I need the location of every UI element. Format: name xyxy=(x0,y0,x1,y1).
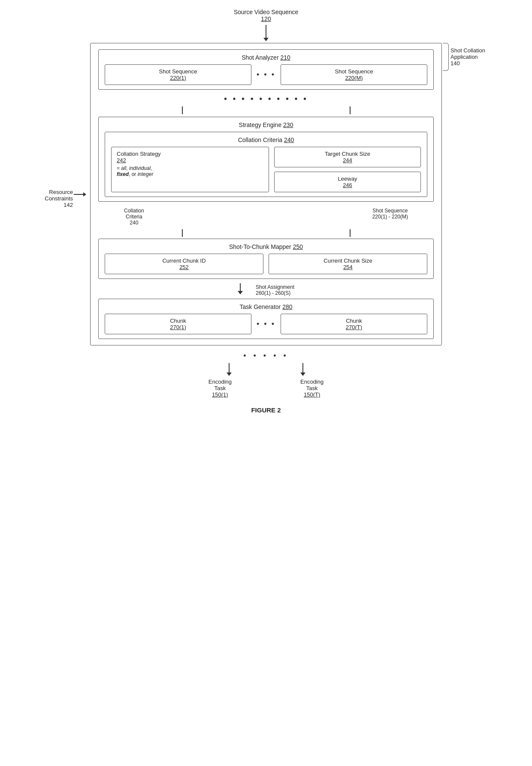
target-chunk-size-box: Target Chunk Size 244 xyxy=(274,147,421,167)
collation-criteria-row: Collation Strategy 242 = all, individual… xyxy=(111,147,421,192)
shot-assignment-label: Shot Assignment 260(1) - 260(S) xyxy=(256,284,294,296)
chunk-row: Chunk 270(1) • • • Chunk 270(T) xyxy=(105,314,427,334)
diagram-page: Source Video Sequence 120 Shot Collation… xyxy=(90,9,442,414)
encoding-tasks-row: Encoding Task 150(1) Encoding Task 150(T… xyxy=(90,378,442,398)
arrow-shot-assignment xyxy=(238,283,243,294)
chunk-size-leeway-col: Target Chunk Size 244 Leeway 246 xyxy=(274,147,421,192)
arrow-source-to-analyzer xyxy=(263,25,269,41)
between-labels: Collation Criteria 240 Shot Sequence 220… xyxy=(98,206,434,227)
current-chunk-id-box: Current Chunk ID 252 xyxy=(105,254,263,274)
shot-analyzer-title: Shot Analyzer 210 xyxy=(105,54,427,61)
mapper-row: Current Chunk ID 252 Current Chunk Size … xyxy=(105,254,427,274)
bottom-arrows-area: • • • • • xyxy=(90,349,442,376)
collation-strategy-box: Collation Strategy 242 = all, individual… xyxy=(111,147,269,192)
shot-analyzer-box: Shot Analyzer 210 Shot Sequence 220(1) •… xyxy=(98,49,434,90)
main-outer-box: Shot Analyzer 210 Shot Sequence 220(1) •… xyxy=(90,43,442,345)
shot-seq-m-box: Shot Sequence 220(M) xyxy=(281,64,427,85)
encoding-task-1: Encoding Task 150(1) xyxy=(209,378,232,398)
current-chunk-size-box: Current Chunk Size 254 xyxy=(269,254,427,274)
resource-constraints-label: Resource Constraints 142 xyxy=(21,189,73,208)
collation-criteria-box: Collation Criteria 240 Collation Strateg… xyxy=(105,132,427,197)
dots-between-chunks: • • • xyxy=(257,314,275,334)
shot-assignment-area: Shot Assignment 260(1) - 260(S) xyxy=(98,283,434,296)
left-arrow-to-strategy xyxy=(182,106,183,114)
shot-seq-1-box: Shot Sequence 220(1) xyxy=(105,64,251,85)
task-generator-box: Task Generator 280 Chunk 270(1) • • • Ch… xyxy=(98,299,434,339)
right-arrow-to-strategy xyxy=(350,106,351,114)
dots-between-seqs: • • • xyxy=(257,64,275,85)
shot-seq-range-label: Shot Sequence 220(1) - 220(M) xyxy=(372,208,408,226)
mapper-title: Shot-To-Chunk Mapper 250 xyxy=(105,243,427,250)
dots-below-analyzer: • • • • • • • • • • xyxy=(98,94,434,114)
shot-to-chunk-mapper-box: Shot-To-Chunk Mapper 250 Current Chunk I… xyxy=(98,239,434,279)
chunk-t-box: Chunk 270(T) xyxy=(281,314,427,334)
left-bottom-arrow xyxy=(227,363,232,376)
strategy-engine-title: Strategy Engine 230 xyxy=(105,121,427,128)
chunk-1-box: Chunk 270(1) xyxy=(105,314,251,334)
right-bottom-arrow xyxy=(300,363,305,376)
two-bottom-arrows xyxy=(90,363,442,376)
source-video-label: Source Video Sequence 120 xyxy=(234,9,299,22)
main-diagram-wrapper: Shot Collation Application 140 Resource … xyxy=(90,43,442,345)
collation-criteria-title: Collation Criteria 240 xyxy=(111,136,421,143)
collation-criteria-flow-label: Collation Criteria 240 xyxy=(124,208,144,226)
encoding-task-t: Encoding Task 150(T) xyxy=(300,378,323,398)
arrows-to-mapper xyxy=(98,229,434,237)
shot-collation-label: Shot Collation Application 140 xyxy=(450,47,506,67)
shot-sequence-row: Shot Sequence 220(1) • • • Shot Sequence… xyxy=(105,64,427,85)
strategy-engine-box: Strategy Engine 230 Collation Criteria 2… xyxy=(98,117,434,202)
leeway-box: Leeway 246 xyxy=(274,172,421,192)
task-generator-title: Task Generator 280 xyxy=(105,303,427,310)
figure-caption: FIGURE 2 xyxy=(251,406,281,414)
resource-constraints-arrow xyxy=(74,192,86,197)
